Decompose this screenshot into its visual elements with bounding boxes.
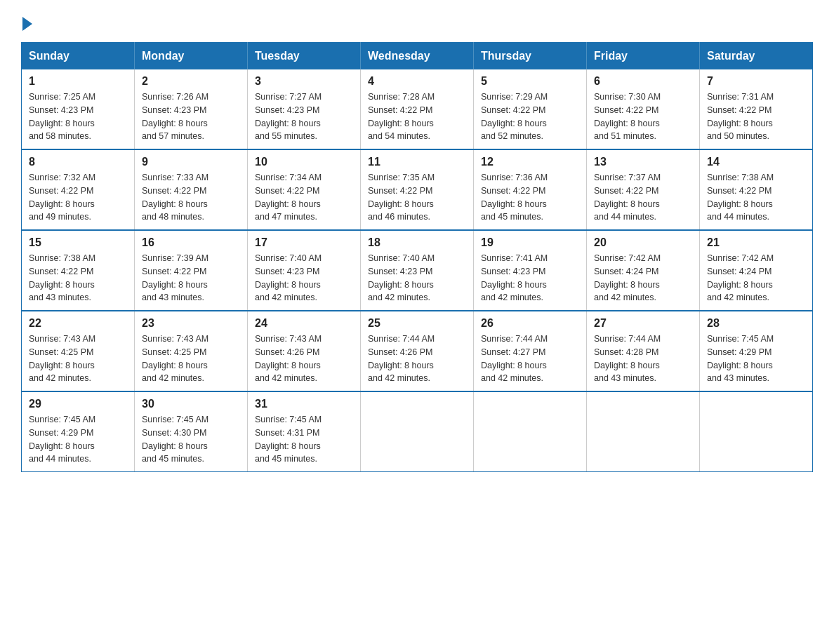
day-number: 25 bbox=[368, 317, 466, 330]
weekday-header-thursday: Thursday bbox=[474, 43, 587, 70]
calendar-day-cell: 10 Sunrise: 7:34 AM Sunset: 4:22 PM Dayl… bbox=[248, 149, 361, 230]
calendar-week-row: 1 Sunrise: 7:25 AM Sunset: 4:23 PM Dayli… bbox=[22, 69, 813, 149]
calendar-day-cell: 29 Sunrise: 7:45 AM Sunset: 4:29 PM Dayl… bbox=[22, 391, 135, 472]
calendar-day-cell: 13 Sunrise: 7:37 AM Sunset: 4:22 PM Dayl… bbox=[587, 149, 700, 230]
logo-arrow-icon bbox=[22, 17, 32, 31]
day-number: 5 bbox=[481, 75, 579, 88]
day-number: 6 bbox=[594, 75, 692, 88]
logo bbox=[21, 14, 32, 28]
day-number: 7 bbox=[707, 75, 805, 88]
day-number: 31 bbox=[255, 398, 353, 410]
calendar-day-cell: 16 Sunrise: 7:39 AM Sunset: 4:22 PM Dayl… bbox=[135, 230, 248, 311]
day-info: Sunrise: 7:44 AM Sunset: 4:27 PM Dayligh… bbox=[481, 333, 579, 385]
day-info: Sunrise: 7:32 AM Sunset: 4:22 PM Dayligh… bbox=[29, 171, 127, 224]
calendar-day-cell: 8 Sunrise: 7:32 AM Sunset: 4:22 PM Dayli… bbox=[22, 149, 135, 230]
day-info: Sunrise: 7:42 AM Sunset: 4:24 PM Dayligh… bbox=[594, 252, 692, 304]
day-info: Sunrise: 7:37 AM Sunset: 4:22 PM Dayligh… bbox=[594, 171, 692, 224]
calendar-day-cell: 5 Sunrise: 7:29 AM Sunset: 4:22 PM Dayli… bbox=[474, 69, 587, 149]
day-info: Sunrise: 7:33 AM Sunset: 4:22 PM Dayligh… bbox=[142, 171, 240, 224]
day-info: Sunrise: 7:36 AM Sunset: 4:22 PM Dayligh… bbox=[481, 171, 579, 224]
day-number: 17 bbox=[255, 236, 353, 249]
calendar-day-cell: 23 Sunrise: 7:43 AM Sunset: 4:25 PM Dayl… bbox=[135, 311, 248, 391]
day-info: Sunrise: 7:43 AM Sunset: 4:26 PM Dayligh… bbox=[255, 333, 353, 385]
calendar-day-cell: 22 Sunrise: 7:43 AM Sunset: 4:25 PM Dayl… bbox=[22, 311, 135, 391]
day-number: 24 bbox=[255, 317, 353, 330]
day-number: 9 bbox=[142, 156, 240, 168]
day-info: Sunrise: 7:45 AM Sunset: 4:31 PM Dayligh… bbox=[255, 413, 353, 466]
day-info: Sunrise: 7:28 AM Sunset: 4:22 PM Dayligh… bbox=[368, 90, 466, 143]
day-info: Sunrise: 7:35 AM Sunset: 4:22 PM Dayligh… bbox=[368, 171, 466, 224]
day-number: 1 bbox=[29, 75, 127, 88]
calendar-week-row: 22 Sunrise: 7:43 AM Sunset: 4:25 PM Dayl… bbox=[22, 311, 813, 391]
weekday-header-sunday: Sunday bbox=[22, 43, 135, 70]
day-info: Sunrise: 7:34 AM Sunset: 4:22 PM Dayligh… bbox=[255, 171, 353, 224]
weekday-header-tuesday: Tuesday bbox=[248, 43, 361, 70]
calendar-week-row: 29 Sunrise: 7:45 AM Sunset: 4:29 PM Dayl… bbox=[22, 391, 813, 472]
day-number: 13 bbox=[594, 156, 692, 168]
calendar-day-cell bbox=[361, 391, 474, 472]
day-number: 11 bbox=[368, 156, 466, 168]
day-number: 12 bbox=[481, 156, 579, 168]
day-info: Sunrise: 7:40 AM Sunset: 4:23 PM Dayligh… bbox=[368, 252, 466, 304]
day-info: Sunrise: 7:25 AM Sunset: 4:23 PM Dayligh… bbox=[29, 90, 127, 143]
weekday-header-wednesday: Wednesday bbox=[361, 43, 474, 70]
day-info: Sunrise: 7:39 AM Sunset: 4:22 PM Dayligh… bbox=[142, 252, 240, 304]
calendar-day-cell: 26 Sunrise: 7:44 AM Sunset: 4:27 PM Dayl… bbox=[474, 311, 587, 391]
day-number: 23 bbox=[142, 317, 240, 330]
calendar-day-cell: 9 Sunrise: 7:33 AM Sunset: 4:22 PM Dayli… bbox=[135, 149, 248, 230]
day-info: Sunrise: 7:31 AM Sunset: 4:22 PM Dayligh… bbox=[707, 90, 805, 143]
day-info: Sunrise: 7:45 AM Sunset: 4:29 PM Dayligh… bbox=[707, 333, 805, 385]
day-info: Sunrise: 7:27 AM Sunset: 4:23 PM Dayligh… bbox=[255, 90, 353, 143]
day-number: 15 bbox=[29, 236, 127, 249]
page-header bbox=[21, 14, 813, 28]
day-info: Sunrise: 7:42 AM Sunset: 4:24 PM Dayligh… bbox=[707, 252, 805, 304]
calendar-day-cell: 14 Sunrise: 7:38 AM Sunset: 4:22 PM Dayl… bbox=[700, 149, 813, 230]
calendar-week-row: 8 Sunrise: 7:32 AM Sunset: 4:22 PM Dayli… bbox=[22, 149, 813, 230]
day-info: Sunrise: 7:38 AM Sunset: 4:22 PM Dayligh… bbox=[707, 171, 805, 224]
calendar-day-cell: 28 Sunrise: 7:45 AM Sunset: 4:29 PM Dayl… bbox=[700, 311, 813, 391]
calendar-day-cell: 27 Sunrise: 7:44 AM Sunset: 4:28 PM Dayl… bbox=[587, 311, 700, 391]
weekday-header-monday: Monday bbox=[135, 43, 248, 70]
day-info: Sunrise: 7:41 AM Sunset: 4:23 PM Dayligh… bbox=[481, 252, 579, 304]
calendar-day-cell: 4 Sunrise: 7:28 AM Sunset: 4:22 PM Dayli… bbox=[361, 69, 474, 149]
day-number: 16 bbox=[142, 236, 240, 249]
day-number: 20 bbox=[594, 236, 692, 249]
calendar-day-cell: 15 Sunrise: 7:38 AM Sunset: 4:22 PM Dayl… bbox=[22, 230, 135, 311]
weekday-header-friday: Friday bbox=[587, 43, 700, 70]
calendar-day-cell: 30 Sunrise: 7:45 AM Sunset: 4:30 PM Dayl… bbox=[135, 391, 248, 472]
calendar-day-cell: 2 Sunrise: 7:26 AM Sunset: 4:23 PM Dayli… bbox=[135, 69, 248, 149]
calendar-day-cell: 20 Sunrise: 7:42 AM Sunset: 4:24 PM Dayl… bbox=[587, 230, 700, 311]
weekday-header-saturday: Saturday bbox=[700, 43, 813, 70]
calendar-day-cell: 7 Sunrise: 7:31 AM Sunset: 4:22 PM Dayli… bbox=[700, 69, 813, 149]
calendar-day-cell: 17 Sunrise: 7:40 AM Sunset: 4:23 PM Dayl… bbox=[248, 230, 361, 311]
calendar-day-cell bbox=[474, 391, 587, 472]
day-number: 18 bbox=[368, 236, 466, 249]
day-number: 14 bbox=[707, 156, 805, 168]
day-number: 2 bbox=[142, 75, 240, 88]
calendar-week-row: 15 Sunrise: 7:38 AM Sunset: 4:22 PM Dayl… bbox=[22, 230, 813, 311]
day-number: 4 bbox=[368, 75, 466, 88]
calendar-day-cell: 1 Sunrise: 7:25 AM Sunset: 4:23 PM Dayli… bbox=[22, 69, 135, 149]
calendar-day-cell: 3 Sunrise: 7:27 AM Sunset: 4:23 PM Dayli… bbox=[248, 69, 361, 149]
calendar-day-cell: 21 Sunrise: 7:42 AM Sunset: 4:24 PM Dayl… bbox=[700, 230, 813, 311]
calendar-day-cell: 31 Sunrise: 7:45 AM Sunset: 4:31 PM Dayl… bbox=[248, 391, 361, 472]
calendar-day-cell: 24 Sunrise: 7:43 AM Sunset: 4:26 PM Dayl… bbox=[248, 311, 361, 391]
calendar-day-cell bbox=[587, 391, 700, 472]
day-info: Sunrise: 7:44 AM Sunset: 4:26 PM Dayligh… bbox=[368, 333, 466, 385]
day-number: 27 bbox=[594, 317, 692, 330]
day-info: Sunrise: 7:43 AM Sunset: 4:25 PM Dayligh… bbox=[142, 333, 240, 385]
calendar-table: SundayMondayTuesdayWednesdayThursdayFrid… bbox=[21, 42, 813, 472]
day-number: 22 bbox=[29, 317, 127, 330]
day-number: 28 bbox=[707, 317, 805, 330]
calendar-day-cell: 12 Sunrise: 7:36 AM Sunset: 4:22 PM Dayl… bbox=[474, 149, 587, 230]
calendar-day-cell: 19 Sunrise: 7:41 AM Sunset: 4:23 PM Dayl… bbox=[474, 230, 587, 311]
day-number: 21 bbox=[707, 236, 805, 249]
day-info: Sunrise: 7:44 AM Sunset: 4:28 PM Dayligh… bbox=[594, 333, 692, 385]
day-info: Sunrise: 7:43 AM Sunset: 4:25 PM Dayligh… bbox=[29, 333, 127, 385]
day-number: 30 bbox=[142, 398, 240, 410]
calendar-day-cell: 18 Sunrise: 7:40 AM Sunset: 4:23 PM Dayl… bbox=[361, 230, 474, 311]
calendar-day-cell bbox=[700, 391, 813, 472]
calendar-header-row: SundayMondayTuesdayWednesdayThursdayFrid… bbox=[22, 43, 813, 70]
day-info: Sunrise: 7:38 AM Sunset: 4:22 PM Dayligh… bbox=[29, 252, 127, 304]
day-number: 3 bbox=[255, 75, 353, 88]
